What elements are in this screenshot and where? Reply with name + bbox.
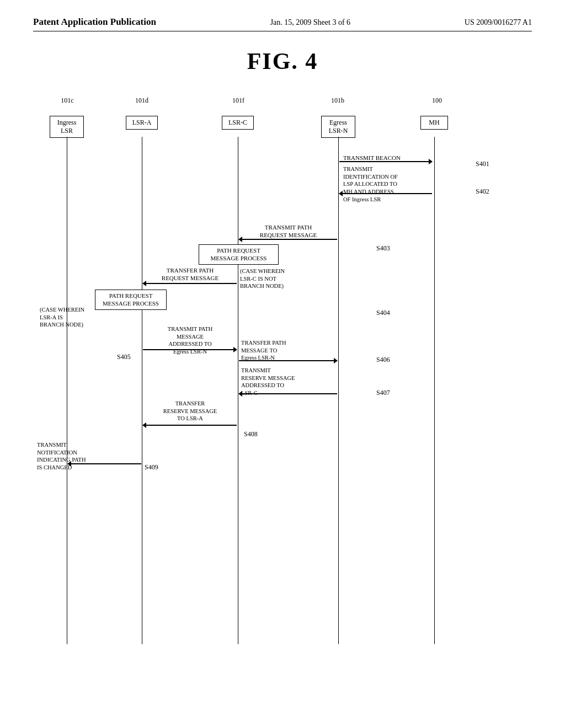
arrow-transmit-path-msg <box>143 349 237 350</box>
arrowhead-transfer-path-egress <box>334 358 338 363</box>
arrow-transmit-reserve <box>239 393 337 394</box>
label-transmit-path-msg: TRANSMIT PATHMESSAGEADDRESSED TOEgress L… <box>145 325 236 356</box>
label-transfer-path-req: TRANSFER PATHREQUEST MESSAGE <box>145 266 236 282</box>
arrow-transmit-id <box>339 193 432 194</box>
page: Patent Application Publication Jan. 15, … <box>0 0 565 728</box>
arrow-transfer-reserve-a <box>143 425 237 426</box>
label-transmit-reserve: TRANSMITRESERVE MESSAGEADDRESSED TOLSR-C <box>241 367 295 397</box>
vline-ingress <box>67 137 67 644</box>
fig-title: FIG. 4 <box>33 48 532 74</box>
ref-ingress: 101c <box>51 97 84 105</box>
header-center: Jan. 15, 2009 Sheet 3 of 6 <box>270 18 350 27</box>
ref-lsra: 101d <box>125 97 158 105</box>
box-lsra: LSR-A <box>126 116 158 130</box>
arrow-beacon <box>339 161 432 162</box>
step-s405: S405 <box>117 353 131 361</box>
vline-lsrc <box>238 137 238 644</box>
step-s402: S402 <box>476 188 489 196</box>
arrow-transmit-path-req <box>239 239 337 240</box>
page-header: Patent Application Publication Jan. 15, … <box>33 17 532 31</box>
ref-lsrc: 101f <box>222 97 255 105</box>
arrowhead-transmit-id <box>339 191 343 196</box>
arrowhead-beacon <box>429 159 433 164</box>
arrowhead-transfer-path-req <box>142 281 146 286</box>
step-s409: S409 <box>145 463 158 472</box>
step-s407: S407 <box>376 389 390 397</box>
label-transfer-path-egress: TRANSFER PATHMESSAGE TOEgress LSR-N <box>241 339 286 362</box>
box-egress: EgressLSR-N <box>321 116 355 138</box>
box-mh: MH <box>420 116 448 130</box>
arrowhead-transfer-reserve-a <box>142 422 146 428</box>
box-path-req-process-a: PATH REQUESTMESSAGE PROCESS <box>95 290 167 310</box>
step-s403: S403 <box>376 244 390 253</box>
ref-egress: 101b <box>321 97 354 105</box>
box-path-req-process-c: PATH REQUESTMESSAGE PROCESS <box>199 244 279 265</box>
vline-mh <box>434 137 435 644</box>
arrowhead-transmit-notification <box>67 461 71 467</box>
vline-egress <box>338 137 339 644</box>
box-lsrc: LSR-C <box>222 116 254 130</box>
label-transmit-id: TRANSMITIDENTIFICATION OFLSP ALLOCATED T… <box>343 165 398 203</box>
header-right: US 2009/0016277 A1 <box>465 18 532 27</box>
label-transmit-path-req: TRANSMIT PATHREQUEST MESSAGE <box>240 223 337 239</box>
ref-mh: 100 <box>420 97 454 105</box>
label-transfer-reserve-a: TRANSFERRESERVE MESSAGETO LSR-A <box>145 400 236 422</box>
arrow-transfer-path-egress <box>239 360 337 361</box>
step-s404: S404 <box>376 309 390 317</box>
box-ingress: IngressLSR <box>50 116 84 138</box>
label-transmit-notification: TRANSMITNOTIFICATIONINDICATING PATHIS CH… <box>37 441 86 472</box>
step-s401: S401 <box>476 160 489 168</box>
arrowhead-transmit-reserve <box>238 391 242 397</box>
label-transmit-beacon: TRANSMIT BEACON <box>343 154 431 161</box>
arrowhead-path-req <box>238 237 242 242</box>
diagram-area: 101c 101d 101f 101b 100 IngressLSR LSR-A… <box>34 97 531 676</box>
label-case-branch: (CASE WHEREINLSR-A ISBRANCH NODE) <box>40 306 84 329</box>
label-case-not-branch: (CASE WHEREINLSR-C IS NOTBRANCH NODE) <box>240 267 285 290</box>
arrowhead-transmit-path-msg <box>233 347 237 352</box>
step-s408: S408 <box>244 430 258 438</box>
arrow-transfer-path-req <box>143 283 237 284</box>
step-s406: S406 <box>376 356 390 364</box>
vline-lsra <box>142 137 142 644</box>
header-left: Patent Application Publication <box>33 17 156 28</box>
arrow-transmit-notification <box>68 463 141 464</box>
